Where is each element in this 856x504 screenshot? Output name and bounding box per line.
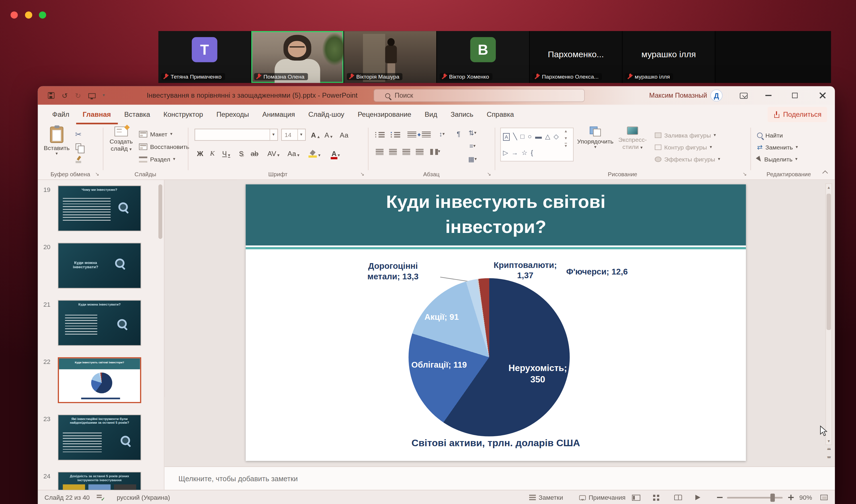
slideshow-view-button[interactable]: [695, 490, 700, 504]
participant-tile[interactable]: Пархоменко... Пархоменко Олекса...: [530, 31, 623, 83]
zoom-slider-thumb[interactable]: [770, 493, 775, 502]
change-case-button[interactable]: Аа: [285, 146, 302, 159]
tab-slideshow[interactable]: Слайд-шоу: [302, 105, 351, 124]
slide-thumbnail[interactable]: Дохідність за останні 5 років різних інс…: [58, 472, 141, 490]
slide-canvas-area[interactable]: Куди інвестують світові інвестори? Дорог…: [164, 180, 835, 466]
triangle-shape-icon[interactable]: △: [545, 133, 550, 141]
thumbnails-scrollbar[interactable]: [158, 184, 162, 239]
arrange-button[interactable]: Упорядочить: [578, 126, 613, 149]
participant-tile[interactable]: мурашко ілля мурашко ілля: [623, 31, 716, 83]
scrollbar-thumb[interactable]: [827, 194, 831, 330]
scroll-down-icon[interactable]: [826, 438, 832, 443]
fit-slide-button[interactable]: [820, 490, 827, 504]
shrink-font-button[interactable]: А: [322, 128, 334, 141]
previous-slide-button[interactable]: [825, 446, 832, 451]
close-button[interactable]: [811, 86, 834, 105]
strikethrough-button[interactable]: ab: [248, 146, 261, 159]
font-name-combo[interactable]: [195, 129, 278, 141]
bullets-button[interactable]: [373, 129, 386, 140]
participant-tile[interactable]: Вікторія Машура: [344, 31, 437, 83]
spell-check-button[interactable]: [97, 490, 104, 504]
paste-button[interactable]: Вставить: [43, 126, 70, 156]
select-button[interactable]: Выделить: [757, 154, 798, 165]
reset-button[interactable]: Восстановить: [139, 141, 189, 152]
shapes-gallery-scroll[interactable]: [565, 129, 567, 148]
tab-help[interactable]: Справка: [480, 105, 521, 124]
macos-minimize-button[interactable]: [25, 12, 32, 18]
start-slideshow-icon[interactable]: [88, 93, 95, 98]
increase-indent-button[interactable]: [420, 129, 433, 140]
text-box-shape-icon[interactable]: А: [503, 133, 509, 141]
brace-shape-icon[interactable]: {: [531, 149, 533, 156]
section-button[interactable]: Раздел: [139, 154, 176, 165]
text-shadow-button[interactable]: S: [235, 146, 247, 159]
quick-styles-button[interactable]: Экспресс-стили: [615, 126, 650, 150]
align-right-button[interactable]: [400, 146, 412, 157]
italic-button[interactable]: К: [207, 146, 218, 159]
font-size-combo[interactable]: 14: [281, 129, 306, 141]
shape-fill-button[interactable]: Заливка фигуры: [655, 130, 716, 141]
layout-button[interactable]: Макет: [139, 129, 172, 140]
numbering-button[interactable]: [389, 129, 401, 140]
account-avatar-logo[interactable]: Д: [711, 89, 723, 101]
maximize-button[interactable]: [784, 86, 806, 105]
slide-title[interactable]: Куди інвестують світові інвестори?: [246, 184, 746, 246]
slide-scrollbar[interactable]: [825, 183, 832, 445]
notes-area[interactable]: Щелкните, чтобы добавить заметки: [164, 466, 835, 490]
font-color-button[interactable]: А: [327, 146, 345, 159]
shapes-gallery[interactable]: А ╲ □ ○ ▬ △ ◇ ▷ → ☆ {: [500, 128, 574, 161]
tab-record[interactable]: Запись: [444, 105, 480, 124]
align-left-button[interactable]: [373, 146, 386, 157]
line-spacing-button[interactable]: ↕: [436, 129, 448, 140]
slide-thumbnail-selected[interactable]: Куди інвестують світові інвестори?: [58, 357, 141, 403]
zoom-slider-track[interactable]: [727, 497, 783, 498]
minimize-button[interactable]: [757, 86, 779, 105]
shape-outline-button[interactable]: Контур фигуры: [655, 142, 712, 152]
cut-button[interactable]: [72, 129, 85, 140]
paragraph-dialog-launcher[interactable]: [487, 171, 491, 177]
slide-thumbnail[interactable]: Які інвестиційні інструменти були найдох…: [58, 415, 141, 461]
arrow-shape-icon[interactable]: ▷: [503, 149, 508, 156]
gallery-up-icon[interactable]: [565, 129, 567, 133]
customize-qat-icon[interactable]: [103, 93, 105, 98]
copy-button[interactable]: [72, 141, 85, 152]
decrease-indent-button[interactable]: [406, 129, 418, 140]
notes-toggle[interactable]: Заметки: [529, 490, 563, 504]
macos-close-button[interactable]: [11, 12, 18, 18]
bold-button[interactable]: Ж: [195, 146, 206, 159]
ellipse-shape-icon[interactable]: ○: [528, 133, 532, 141]
pie-chart[interactable]: [408, 278, 570, 436]
slide-thumbnail[interactable]: Чому ми інвестуємо?: [58, 185, 141, 231]
align-text-button[interactable]: ≡: [461, 141, 484, 151]
language-indicator[interactable]: русский (Украина): [117, 490, 170, 504]
star-shape-icon[interactable]: ☆: [522, 149, 527, 156]
slide-indicator[interactable]: Слайд 22 из 40: [45, 490, 90, 504]
justify-button[interactable]: [414, 146, 426, 157]
align-center-button[interactable]: [387, 146, 399, 157]
slide-sorter-view-button[interactable]: [653, 490, 660, 504]
tab-animations[interactable]: Анимация: [256, 105, 301, 124]
line-shape-icon[interactable]: ╲: [513, 133, 517, 141]
slide-thumbnail[interactable]: Куди можна інвестувати?: [58, 300, 141, 346]
normal-view-button[interactable]: [632, 490, 640, 504]
tab-insert[interactable]: Вставка: [118, 105, 157, 124]
right-arrow-shape-icon[interactable]: →: [511, 149, 518, 156]
convert-to-smartart-button[interactable]: ▦: [461, 154, 484, 165]
slide-thumbnail[interactable]: Куди можна інвестувати?: [58, 242, 141, 288]
grow-font-button[interactable]: А: [309, 128, 321, 141]
tab-home[interactable]: Главная: [76, 105, 118, 124]
tab-review[interactable]: Рецензирование: [351, 105, 418, 124]
redo-icon[interactable]: [75, 92, 81, 99]
participant-tile[interactable]: В Віктор Хоменко: [437, 31, 530, 83]
tab-file[interactable]: Файл: [46, 105, 76, 124]
save-icon[interactable]: [48, 92, 54, 99]
shape-effects-button[interactable]: Эффекты фигуры: [655, 154, 720, 165]
drawing-dialog-launcher[interactable]: [743, 171, 747, 177]
macos-zoom-button[interactable]: [39, 12, 46, 18]
zoom-level[interactable]: 90%: [799, 490, 812, 504]
tab-design[interactable]: Конструктор: [157, 105, 210, 124]
share-button[interactable]: Поделиться: [768, 107, 827, 122]
zoom-in-button[interactable]: [788, 490, 794, 504]
gallery-down-icon[interactable]: [565, 136, 567, 141]
ribbon-display-options-button[interactable]: [733, 86, 755, 105]
